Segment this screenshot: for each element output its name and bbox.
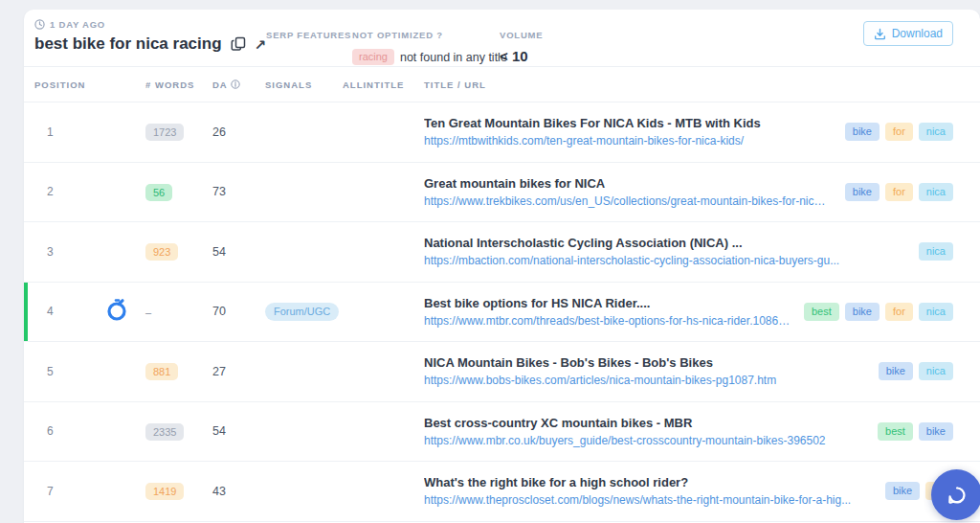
external-link-icon[interactable]: ↗	[255, 37, 267, 52]
result-title: NICA Mountain Bikes - Bob's Bikes - Bob'…	[424, 355, 776, 370]
words-badge: 923	[145, 243, 178, 261]
tags: bestbikefornica	[804, 303, 953, 321]
words-badge: –	[145, 307, 151, 318]
chat-widget-button[interactable]	[931, 469, 980, 520]
query-block: 1 DAY AGO best bike for nica racing ↗	[34, 19, 266, 54]
keyword-tag: for	[885, 123, 913, 141]
words-badge: 56	[145, 184, 172, 201]
column-position: POSITION	[34, 80, 145, 90]
result-url[interactable]: https://mtbwithkids.com/ten-great-mounta…	[424, 134, 761, 148]
keyword-tag: bike	[845, 303, 880, 321]
keyword-tag: for	[885, 303, 913, 321]
info-icon[interactable]	[231, 80, 240, 89]
column-title-url: TITLE / URL	[424, 80, 953, 90]
download-label: Download	[892, 27, 943, 40]
result-url[interactable]: https://www.mtbr.com/threads/best-bike-o…	[424, 314, 791, 328]
time-ago: 1 DAY AGO	[34, 19, 266, 30]
volume-value: < 10	[500, 48, 543, 64]
chat-bubble-icon	[945, 483, 969, 508]
row-da: 54	[212, 245, 265, 259]
row-position: 7	[34, 485, 145, 498]
row-position: 6	[34, 424, 145, 438]
keyword-tag: nica	[919, 123, 953, 141]
words-badge: 2335	[145, 423, 184, 441]
words-badge: 1723	[145, 124, 184, 141]
keyword-tag: nica	[919, 303, 953, 321]
serp-features-column: SERP FEATURES	[266, 25, 351, 42]
tags: bestbike	[878, 422, 953, 441]
table-row[interactable]: 5 881 27 NICA Mountain Bikes - Bob's Bik…	[24, 342, 980, 402]
words-badge: 881	[145, 363, 178, 380]
table-row[interactable]: 1 1723 26 Ten Great Mountain Bikes For N…	[24, 102, 980, 163]
row-position: 2	[34, 185, 145, 198]
table-row[interactable]: 4 – 70 Forum/UGC Best bike options for H…	[24, 283, 980, 343]
clock-icon	[34, 19, 45, 30]
result-title: National Interscholastic Cycling Associa…	[424, 236, 839, 250]
result-url[interactable]: https://www.trekbikes.com/us/en_US/colle…	[424, 194, 832, 208]
keyword-tag: for	[885, 183, 913, 201]
column-words: # WORDS	[145, 80, 212, 90]
serp-features-label: SERP FEATURES	[266, 30, 351, 40]
signal-badge: Forum/UGC	[265, 303, 339, 321]
download-button[interactable]: Download	[863, 21, 953, 46]
table-row[interactable]: 2 56 73 Great mountain bikes for NICA ht…	[24, 163, 980, 223]
tags: bikefornica	[845, 183, 953, 201]
table-row[interactable]: 6 2335 54 Best cross-country XC mountain…	[24, 402, 980, 463]
title-url-cell: National Interscholastic Cycling Associa…	[424, 236, 953, 267]
keyword-tag: nica	[919, 183, 953, 201]
row-da: 43	[212, 485, 265, 498]
table-header: POSITION # WORDS DA SIGNALS ALLINTITLE T…	[24, 67, 980, 102]
keyword-tag: best	[878, 422, 913, 441]
keyword-card: 1 DAY AGO best bike for nica racing ↗ SE…	[24, 10, 980, 523]
keyword-tag: bike	[919, 422, 953, 441]
row-position: 3	[34, 245, 145, 259]
table-row[interactable]: 7 1419 43 What's the right bike for a hi…	[24, 462, 980, 522]
result-title: Best bike options for HS NICA Rider....	[424, 296, 791, 310]
signals-cell: Forum/UGC	[265, 302, 343, 321]
table-row[interactable]: 3 923 54 National Interscholastic Cyclin…	[24, 222, 980, 283]
tags: bikefornica	[845, 123, 953, 141]
row-da: 70	[212, 305, 265, 318]
not-optimized-label: NOT OPTIMIZED ?	[352, 30, 443, 40]
download-icon	[874, 28, 886, 40]
result-title: Ten Great Mountain Bikes For NICA Kids -…	[424, 116, 761, 130]
keyword-query: best bike for nica racing	[34, 34, 222, 54]
title-url-cell: NICA Mountain Bikes - Bob's Bikes - Bob'…	[424, 355, 953, 387]
keyword-tag: bike	[845, 123, 880, 141]
column-allintitle: ALLINTITLE	[343, 80, 424, 90]
keyword-tag: best	[804, 303, 839, 321]
tags: nica	[919, 242, 953, 261]
volume-label: VOLUME	[500, 30, 543, 40]
row-da: 26	[212, 125, 265, 139]
keyword-tag: bike	[879, 362, 913, 380]
title-url-cell: Ten Great Mountain Bikes For NICA Kids -…	[424, 116, 953, 148]
row-position: 5	[34, 365, 145, 378]
title-url-cell: Great mountain bikes for NICA https://ww…	[424, 176, 953, 208]
copy-icon[interactable]	[231, 36, 246, 52]
column-da: DA	[212, 80, 265, 90]
result-url[interactable]: https://www.theproscloset.com/blogs/news…	[424, 493, 851, 507]
keyword-tag: bike	[885, 482, 920, 500]
row-da: 27	[212, 365, 265, 378]
row-da: 54	[212, 424, 265, 438]
result-url[interactable]: https://www.bobs-bikes.com/articles/nica…	[424, 374, 776, 387]
not-optimized-term-badge: racing	[352, 49, 394, 65]
not-optimized-text: not found in any title	[400, 51, 507, 64]
row-position: 4	[34, 305, 145, 318]
column-signals: SIGNALS	[265, 80, 343, 90]
timer-icon	[105, 297, 128, 326]
keyword-tag: nica	[919, 362, 953, 380]
title-url-cell: Best cross-country XC mountain bikes - M…	[424, 416, 953, 447]
title-url-cell: Best bike options for HS NICA Rider.... …	[424, 296, 953, 328]
result-url[interactable]: https://www.mbr.co.uk/buyers_guide/best-…	[424, 434, 826, 447]
result-title: Best cross-country XC mountain bikes - M…	[424, 416, 826, 430]
keyword-header: 1 DAY AGO best bike for nica racing ↗ SE…	[24, 10, 980, 67]
result-url[interactable]: https://mbaction.com/national-interschol…	[424, 254, 839, 267]
keyword-tag: bike	[845, 183, 880, 201]
title-url-cell: What's the right bike for a high school …	[424, 475, 953, 507]
tags: bikenica	[879, 362, 953, 380]
row-da: 73	[212, 185, 265, 198]
row-position: 1	[34, 125, 145, 139]
keyword-tag: nica	[919, 242, 953, 261]
words-badge: 1419	[145, 483, 184, 500]
